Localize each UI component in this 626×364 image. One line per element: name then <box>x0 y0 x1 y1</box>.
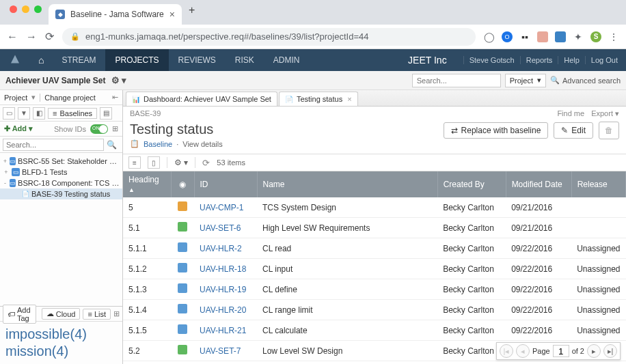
cell-id[interactable]: UAV-CMP-1 <box>194 197 257 218</box>
url-bar[interactable]: 🔒 eng1-munks.jamaqa.net/perspective.req#… <box>62 28 476 46</box>
cell-id[interactable]: UAV-HLR-19 <box>194 279 257 300</box>
table-row[interactable]: 5.2.1UAV-LLR-2Read FunctionBecky Carlton… <box>123 361 626 365</box>
new-tab-button[interactable]: + <box>182 4 202 20</box>
cell-id[interactable]: UAV-SET-7 <box>194 341 257 361</box>
tree-search-input[interactable] <box>3 139 104 151</box>
baselines-button[interactable]: ≡Baselines <box>48 108 97 119</box>
release-view-icon[interactable]: ◧ <box>33 107 45 120</box>
ext-icon[interactable]: ◯ <box>484 31 495 42</box>
nav-projects[interactable]: PROJECTS <box>105 49 168 71</box>
reports-link[interactable]: Reports <box>520 56 553 64</box>
tag-list-button[interactable]: ≡ List <box>83 309 111 320</box>
help-link[interactable]: Help <box>558 56 580 64</box>
home-icon[interactable]: ⌂ <box>30 55 52 66</box>
expand-icon[interactable]: - <box>3 180 8 186</box>
edit-button[interactable]: ✎Edit <box>554 122 593 139</box>
expand-icon[interactable]: + <box>3 169 10 176</box>
nav-risk[interactable]: RISK <box>226 49 264 71</box>
ext-icon[interactable] <box>555 31 566 42</box>
tag-link[interactable]: impossible(4) <box>5 326 117 343</box>
pager-first-icon[interactable]: |◂ <box>500 344 513 358</box>
export-link[interactable]: Export ▾ <box>591 109 619 118</box>
table-row[interactable]: 5.1.3UAV-HLR-19CL defineBecky Carlton09/… <box>123 279 626 300</box>
reload-button[interactable]: ⟳ <box>45 30 54 43</box>
column-header[interactable]: Heading ▲ <box>123 171 171 197</box>
pager-page-input[interactable] <box>553 345 569 357</box>
pager-next-icon[interactable]: ▸ <box>587 344 601 358</box>
add-tag-button[interactable]: 🏷 Add Tag <box>3 305 36 324</box>
pager-prev-icon[interactable]: ◂ <box>516 344 530 358</box>
cell-id[interactable]: UAV-HLR-18 <box>194 259 257 279</box>
cell-id[interactable]: UAV-SET-6 <box>194 218 257 238</box>
replace-baseline-button[interactable]: ⇄Replace with baseline <box>444 122 549 139</box>
show-ids-toggle[interactable]: ON <box>90 124 108 134</box>
document-tab[interactable]: 📊Dashboard: Achiever UAV Sample Set <box>126 92 277 106</box>
app-logo-icon[interactable] <box>0 54 30 66</box>
collapse-panel-icon[interactable]: ⇤ <box>112 93 118 102</box>
grid-settings-icon[interactable]: ⚙ ▾ <box>174 158 188 167</box>
logout-link[interactable]: Log Out <box>585 56 618 64</box>
extensions-menu-icon[interactable]: ✦ <box>573 31 584 42</box>
tag-link[interactable]: mission(4) <box>5 343 117 360</box>
ext-icon[interactable] <box>537 31 548 42</box>
table-row[interactable]: 5UAV-CMP-1TCS System DesignBecky Carlton… <box>123 197 626 218</box>
nav-admin[interactable]: ADMIN <box>264 49 310 71</box>
pager-last-icon[interactable]: ▸| <box>603 344 617 358</box>
table-row[interactable]: 5.1.4UAV-HLR-20CL range limitBecky Carlt… <box>123 300 626 320</box>
tree-options-icon[interactable]: ⊞ <box>112 124 118 133</box>
ext-icon[interactable]: O <box>502 31 513 42</box>
expand-icon[interactable]: + <box>3 158 8 165</box>
column-header[interactable]: Release <box>571 171 625 197</box>
cell-id[interactable]: UAV-HLR-21 <box>194 320 257 341</box>
search-scope-select[interactable]: Project▾ <box>505 74 546 87</box>
baseline-link[interactable]: Baseline <box>144 140 172 148</box>
table-row[interactable]: 5.1UAV-SET-6High Level SW RequirementsBe… <box>123 218 626 238</box>
reading-view-icon[interactable]: ▯ <box>148 156 160 169</box>
delete-button[interactable]: 🗑 <box>599 122 619 139</box>
nav-stream[interactable]: STREAM <box>52 49 105 71</box>
global-search-input[interactable] <box>412 74 501 87</box>
forward-button[interactable]: → <box>26 31 37 43</box>
document-tab[interactable]: 📄Testing status× <box>279 92 358 106</box>
table-row[interactable]: 5.1.5UAV-HLR-21CL calculateBecky Carlton… <box>123 320 626 341</box>
tag-cloud-button[interactable]: ☁ Cloud <box>42 308 81 320</box>
table-row[interactable]: 5.1.2UAV-HLR-18CL inputBecky Carlton09/2… <box>123 259 626 279</box>
project-menu[interactable]: Project <box>4 94 27 102</box>
nav-reviews[interactable]: REVIEWS <box>169 49 226 71</box>
cell-id[interactable]: UAV-HLR-2 <box>194 238 257 259</box>
add-button[interactable]: ✚ Add ▾ <box>4 124 33 133</box>
browser-tab[interactable]: ◆ Baseline - Jama Software × <box>49 4 182 25</box>
tree-item[interactable]: +▭BSRC-55 Set: Stakeholder Needs and Mis… <box>0 156 122 167</box>
search-icon[interactable]: 🔍 <box>104 140 120 150</box>
column-header[interactable]: Created By <box>437 171 506 197</box>
cell-id[interactable]: UAV-LLR-2 <box>194 361 257 365</box>
browser-menu-icon[interactable]: ⋮ <box>608 31 619 42</box>
filter-view-icon[interactable]: ▼ <box>18 107 30 120</box>
back-button[interactable]: ← <box>7 31 18 43</box>
user-link[interactable]: Steve Gotsch <box>463 56 515 64</box>
column-header[interactable]: Modified Date <box>506 171 571 197</box>
tags-options-icon[interactable]: ⊞ <box>113 309 120 318</box>
minimize-window-icon[interactable] <box>22 5 29 13</box>
find-me-link[interactable]: Find me <box>557 109 584 118</box>
tree-item[interactable]: +▭BLFD-1 Tests <box>0 167 122 178</box>
column-header[interactable]: Name <box>257 171 437 197</box>
column-header[interactable]: ◉ <box>171 171 194 197</box>
test-view-icon[interactable]: ▤ <box>100 107 112 120</box>
refresh-icon[interactable]: ⟳ <box>202 158 210 168</box>
column-header[interactable]: ID <box>194 171 257 197</box>
list-view-icon[interactable]: ≡ <box>128 156 141 169</box>
advanced-search-link[interactable]: 🔍Advanced search <box>550 76 621 85</box>
profile-avatar[interactable]: S <box>590 31 601 42</box>
tree-item[interactable]: 📄BASE-39 Testing status <box>0 188 122 199</box>
cell-id[interactable]: UAV-HLR-20 <box>194 300 257 320</box>
explorer-view-icon[interactable]: ▭ <box>3 107 15 120</box>
table-row[interactable]: 5.1.1UAV-HLR-2CL readBecky Carlton09/22/… <box>123 238 626 259</box>
close-tab-icon[interactable]: × <box>169 9 175 20</box>
tree-item[interactable]: -▭BSRC-18 Component: TCS System Design <box>0 178 122 188</box>
view-details-link[interactable]: View details <box>182 140 223 148</box>
close-icon[interactable]: × <box>347 95 351 103</box>
ext-icon[interactable]: ▪▪ <box>519 31 530 42</box>
maximize-window-icon[interactable] <box>34 5 42 13</box>
project-settings-icon[interactable]: ⚙ ▾ <box>111 75 127 85</box>
